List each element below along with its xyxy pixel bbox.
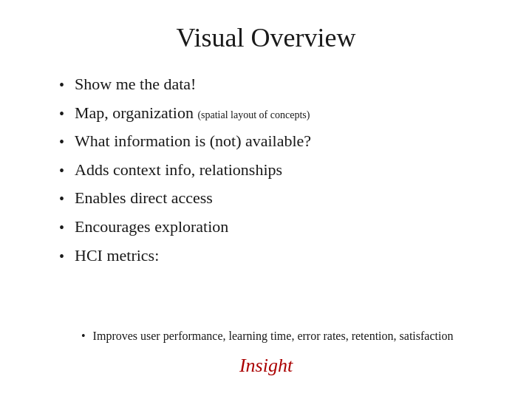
bullet-dot: • <box>59 189 64 208</box>
bullet-dot: • <box>59 247 64 266</box>
list-item: • What information is (not) available? <box>59 131 495 152</box>
bullet-text: Adds context info, relationships <box>75 160 282 181</box>
list-item: • Encourages exploration <box>59 216 495 238</box>
list-item: • Adds context info, relationships <box>59 160 495 181</box>
list-item: • Enables direct access <box>59 188 495 209</box>
bullet-text: Map, organization (spatial layout of con… <box>75 103 310 124</box>
bullet-note: (spatial layout of concepts) <box>197 109 310 120</box>
insight-label: Insight <box>37 355 495 377</box>
bullet-text: Encourages exploration <box>75 216 228 238</box>
bullet-dot: • <box>59 75 64 95</box>
slide: Visual Overview • Show me the data! • Ma… <box>0 0 532 399</box>
slide-title: Visual Overview <box>37 22 495 53</box>
bullet-text: Show me the data! <box>75 74 196 95</box>
bullet-text: HCI metrics: <box>75 245 159 267</box>
bullet-dot: • <box>59 104 64 123</box>
list-item: • Map, organization (spatial layout of c… <box>59 103 495 124</box>
bullet-dot: • <box>59 161 64 180</box>
sub-bullet-text: Improves user performance, learning time… <box>93 328 454 344</box>
bullet-list: • Show me the data! • Map, organization … <box>59 74 495 321</box>
list-item: • HCI metrics: <box>59 245 495 267</box>
bullet-text: Enables direct access <box>75 188 213 209</box>
bullet-dot: • <box>59 218 64 237</box>
list-item: • Show me the data! <box>59 74 495 95</box>
bullet-text: What information is (not) available? <box>75 131 311 152</box>
bullet-dot: • <box>59 132 64 151</box>
sub-bullet: • Improves user performance, learning ti… <box>81 328 495 344</box>
sub-bullet-dot: • <box>81 328 86 344</box>
sub-section: • Improves user performance, learning ti… <box>81 328 495 344</box>
